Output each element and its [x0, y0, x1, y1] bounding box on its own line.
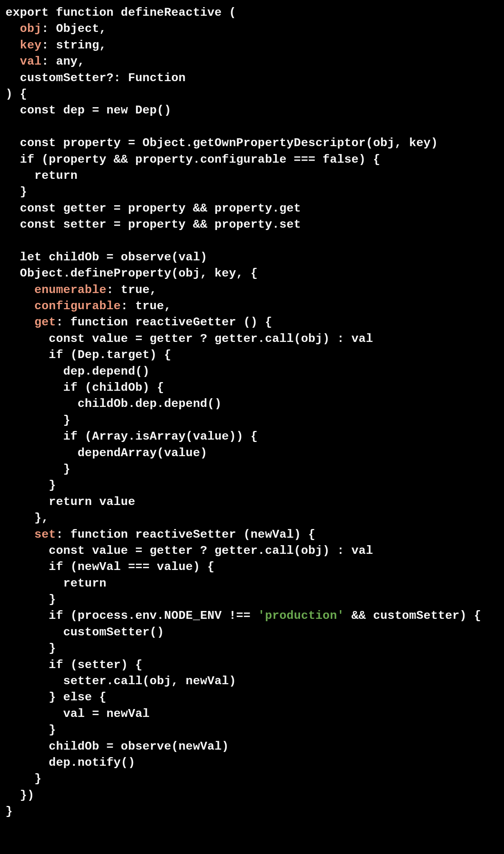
code-line: key: string,	[6, 39, 106, 52]
code-line: return	[6, 169, 78, 182]
code-line: export function defineReactive (	[6, 6, 236, 19]
code-line: }	[6, 462, 70, 476]
code-line: if (newVal === value) {	[6, 560, 215, 574]
code-line: }	[6, 642, 56, 655]
code-line: }	[6, 414, 70, 427]
code-line: const value = getter ? getter.call(obj) …	[6, 332, 373, 345]
code-line: } else {	[6, 691, 106, 704]
code-line: return value	[6, 495, 135, 509]
code-line: const value = getter ? getter.call(obj) …	[6, 544, 373, 557]
param-obj: obj	[20, 22, 42, 35]
prop-configurable: configurable	[34, 299, 121, 313]
code-line: return	[6, 577, 106, 590]
code-line: }	[6, 805, 13, 818]
code-line: setter.call(obj, newVal)	[6, 674, 236, 688]
code-line: const property = Object.getOwnPropertyDe…	[6, 136, 438, 150]
code-line: dep.depend()	[6, 365, 150, 378]
code-line: customSetter?: Function	[6, 71, 186, 85]
prop-get: get	[34, 316, 56, 329]
code-line: dep.notify()	[6, 756, 135, 769]
code-line: customSetter()	[6, 626, 164, 639]
code-line: })	[6, 789, 34, 802]
code-line: const setter = property && property.set	[6, 218, 301, 231]
code-line: const dep = new Dep()	[6, 104, 171, 117]
code-line: }	[6, 185, 27, 199]
code-line: },	[6, 511, 49, 525]
code-line: get: function reactiveGetter () {	[6, 316, 272, 329]
code-line: if (Array.isArray(value)) {	[6, 430, 258, 443]
code-line: }	[6, 772, 42, 785]
code-line: val: any,	[6, 55, 85, 68]
string-production: 'production'	[258, 609, 345, 622]
code-block: export function defineReactive ( obj: Ob…	[0, 0, 504, 825]
code-line: Object.defineProperty(obj, key, {	[6, 267, 258, 280]
code-line: const getter = property && property.get	[6, 202, 301, 215]
code-line: }	[6, 479, 56, 492]
code-line: let childOb = observe(val)	[6, 251, 208, 264]
code-line: if (process.env.NODE_ENV !== 'production…	[6, 609, 481, 622]
code-line: if (Dep.target) {	[6, 348, 171, 362]
code-line: if (setter) {	[6, 658, 143, 672]
prop-set: set	[34, 528, 56, 541]
code-line: obj: Object,	[6, 22, 106, 35]
code-line: if (childOb) {	[6, 381, 164, 394]
param-key: key	[20, 39, 42, 52]
code-line: dependArray(value)	[6, 446, 207, 460]
code-line: enumerable: true,	[6, 283, 157, 297]
code-line: val = newVal	[6, 707, 150, 720]
param-val: val	[20, 55, 42, 68]
code-line: childOb = observe(newVal)	[6, 740, 229, 753]
code-line: ) {	[6, 87, 27, 101]
code-line: childOb.dep.depend()	[6, 397, 222, 410]
code-line: if (property && property.configurable ==…	[6, 153, 380, 166]
code-line: set: function reactiveSetter (newVal) {	[6, 528, 315, 541]
code-line: }	[6, 593, 56, 606]
prop-enumerable: enumerable	[34, 283, 106, 297]
code-line: configurable: true,	[6, 299, 171, 313]
code-line: }	[6, 723, 56, 737]
